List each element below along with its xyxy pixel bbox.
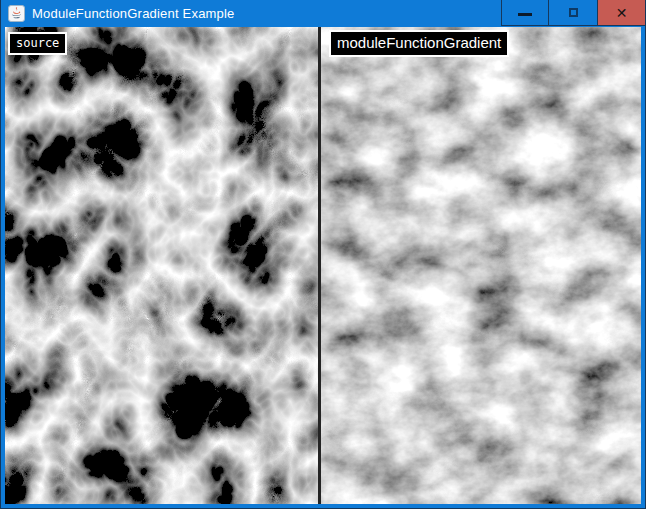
app-window: ModuleFunctionGradient Example ✕ bbox=[0, 0, 646, 509]
source-image-panel: source bbox=[5, 27, 318, 504]
gradient-noise-image bbox=[321, 27, 641, 504]
window-title: ModuleFunctionGradient Example bbox=[32, 0, 235, 27]
source-image-label: source bbox=[8, 32, 67, 55]
content-area: source moduleFunc bbox=[1, 27, 645, 508]
maximize-button[interactable] bbox=[548, 0, 597, 26]
gradient-image-label: moduleFunctionGradient bbox=[329, 30, 509, 57]
gradient-image-panel: moduleFunctionGradient bbox=[321, 27, 641, 504]
java-coffee-cup-icon[interactable] bbox=[8, 5, 25, 22]
titlebar[interactable]: ModuleFunctionGradient Example ✕ bbox=[1, 0, 645, 27]
close-icon: ✕ bbox=[616, 6, 628, 20]
window-controls: ✕ bbox=[501, 0, 645, 27]
maximize-icon bbox=[569, 8, 578, 17]
minimize-button[interactable] bbox=[501, 0, 548, 26]
close-button[interactable]: ✕ bbox=[597, 0, 645, 26]
minimize-icon bbox=[518, 13, 532, 16]
source-noise-image bbox=[5, 27, 318, 504]
